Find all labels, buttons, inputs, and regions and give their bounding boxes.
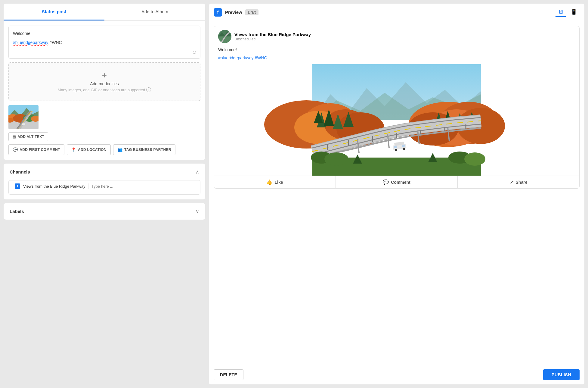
publish-button[interactable]: PUBLISH	[543, 369, 580, 380]
avatar-svg	[218, 30, 231, 43]
svg-point-54	[324, 152, 348, 166]
info-icon: i	[146, 87, 151, 92]
preview-card: f Preview Draft 🖥 📱	[209, 4, 584, 384]
media-upload-area[interactable]: + Add media files Many images, one GIF o…	[8, 62, 200, 101]
delete-button[interactable]: DELETE	[214, 369, 243, 380]
thumbnail-area	[8, 105, 200, 129]
comment-icon: 💬	[13, 147, 18, 152]
svg-rect-49	[402, 145, 405, 147]
comment-button[interactable]: 💬 Comment	[336, 176, 457, 188]
preview-post-card: Views from the Blue Ridge Parkway Unsche…	[214, 26, 580, 189]
channel-input-row: f Views from the Blue Ridge Parkway	[8, 180, 200, 195]
tab-status-post[interactable]: Status post	[4, 4, 104, 20]
draft-badge: Draft	[245, 9, 258, 15]
channels-title: Channels	[10, 169, 30, 174]
alt-text-icon: ▤	[12, 135, 16, 139]
comment-bubble-icon: 💬	[383, 179, 389, 185]
svg-rect-48	[394, 146, 397, 148]
plus-icon: +	[15, 71, 194, 80]
mobile-view-button[interactable]: 📱	[568, 7, 580, 17]
svg-point-56	[464, 152, 485, 166]
desktop-view-button[interactable]: 🖥	[556, 7, 566, 17]
image-thumbnail	[8, 105, 39, 129]
comment-label: Comment	[391, 180, 410, 185]
preview-road-svg	[214, 64, 579, 176]
hashtag-blueridge: #blueridgeparkway	[13, 40, 48, 45]
page-unscheduled: Unscheduled	[234, 37, 311, 41]
media-sub-label: Many images, one GIF or one video are su…	[15, 87, 194, 92]
post-hashtag-line: #blueridgeparkway #WNC	[13, 39, 188, 46]
preview-hashtags: #blueridgeparkway #WNC	[218, 55, 575, 61]
preview-post-header: Views from the Blue Ridge Parkway Unsche…	[214, 26, 579, 47]
preview-hashtag-text: #blueridgeparkway #WNC	[218, 55, 267, 60]
divider	[88, 183, 88, 189]
location-icon: 📍	[71, 147, 76, 152]
tag-business-partner-button[interactable]: 👥 TAG BUSINESS PARTNER	[113, 144, 175, 155]
post-text-area[interactable]: Welcome! #blueridgeparkway #WNC	[8, 26, 200, 59]
text-area-wrapper: Welcome! #blueridgeparkway #WNC ☺	[8, 26, 200, 59]
facebook-channel-icon: f	[15, 183, 20, 189]
add-first-comment-button[interactable]: 💬 ADD FIRST COMMENT	[8, 144, 64, 155]
facebook-icon: f	[214, 8, 222, 17]
action-buttons-row: 💬 ADD FIRST COMMENT 📍 ADD LOCATION 👥 TAG…	[8, 144, 200, 155]
like-label: Like	[274, 180, 283, 185]
preview-header: f Preview Draft 🖥 📱	[209, 4, 584, 21]
hashtag-wnc-text: #WNC	[49, 40, 62, 45]
left-panel: Status post Add to Album Welcome! #bluer…	[4, 4, 205, 384]
preview-post-text: Welcome! #blueridgeparkway #WNC	[214, 47, 579, 64]
channel-page-name: Views from the Blue Ridge Parkway	[23, 184, 85, 189]
add-location-button[interactable]: 📍 ADD LOCATION	[67, 144, 111, 155]
post-editor: Welcome! #blueridgeparkway #WNC ☺ + Add …	[4, 21, 205, 160]
emoji-button[interactable]: ☺	[192, 49, 197, 56]
tabs-container: Status post Add to Album	[4, 4, 205, 21]
like-button[interactable]: 👍 Like	[214, 176, 336, 188]
post-actions: 👍 Like 💬 Comment ↗ Share	[214, 176, 579, 188]
preview-label: Preview	[225, 10, 242, 15]
preview-welcome: Welcome!	[218, 47, 575, 53]
like-icon: 👍	[266, 179, 272, 185]
share-icon: ↗	[510, 179, 514, 185]
chevron-down-icon: ∨	[196, 208, 199, 214]
svg-rect-8	[23, 123, 25, 124]
add-media-label: Add media files	[15, 81, 194, 86]
chevron-up-icon: ∧	[196, 169, 199, 175]
device-icons: 🖥 📱	[556, 7, 580, 17]
labels-title: Labels	[10, 209, 24, 214]
page-name: Views from the Blue Ridge Parkway	[234, 32, 311, 37]
channels-card: Channels ∧ f Views from the Blue Ridge P…	[4, 164, 205, 199]
post-welcome-line: Welcome!	[13, 30, 188, 37]
page-info: Views from the Blue Ridge Parkway Unsche…	[234, 32, 311, 41]
share-button[interactable]: ↗ Share	[457, 176, 579, 188]
preview-image	[214, 64, 579, 176]
share-label: Share	[516, 180, 528, 185]
labels-card: Labels ∨	[4, 203, 205, 220]
post-card: Status post Add to Album Welcome! #bluer…	[4, 4, 205, 160]
post-preview-area: Views from the Blue Ridge Parkway Unsche…	[209, 21, 584, 365]
right-panel: f Preview Draft 🖥 📱	[209, 4, 584, 384]
channel-type-input[interactable]	[91, 184, 194, 189]
alt-text-button[interactable]: ▤ ADD ALT TEXT	[8, 132, 48, 141]
labels-header[interactable]: Labels ∨	[4, 203, 205, 220]
people-icon: 👥	[117, 147, 122, 152]
road-thumbnail-svg	[8, 105, 39, 129]
preview-footer: DELETE PUBLISH	[209, 365, 584, 384]
page-avatar	[218, 30, 231, 43]
tab-add-to-album[interactable]: Add to Album	[104, 4, 205, 20]
channels-header[interactable]: Channels ∧	[4, 164, 205, 180]
